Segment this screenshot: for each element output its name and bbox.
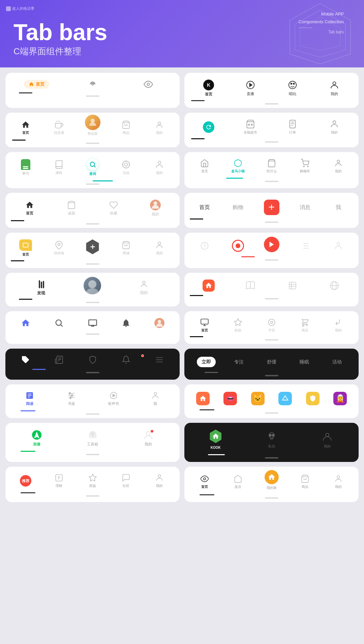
tab-item-music-person[interactable]	[322, 241, 355, 251]
tab-item-gm-goods[interactable]: 商品	[288, 474, 322, 489]
tab-item-notify-search[interactable]	[42, 318, 75, 328]
tab-item-er-audio[interactable]: 有声书	[93, 391, 134, 406]
tab-item-bx-home[interactable]: 首页	[188, 159, 221, 174]
tab-item-mine3[interactable]: 我的	[313, 119, 355, 135]
tab-item-sleep[interactable]: 睡眠	[288, 359, 321, 365]
tab-item-eye[interactable]	[120, 80, 176, 89]
tab-item-fin-finance[interactable]: 理财	[42, 473, 75, 488]
tab-item-fit-mine[interactable]: 我的	[134, 200, 176, 217]
tab-item-kook-home[interactable]: KOOK	[188, 430, 244, 449]
tab-item-er-shelf[interactable]: 书架	[51, 391, 92, 406]
tab-item-gm-shop[interactable]: 提店	[221, 474, 254, 489]
tab-item-gm-mine[interactable]: 我的	[322, 474, 355, 489]
tab-item-notify-tv[interactable]	[76, 318, 109, 328]
tab-item-kook-msg[interactable]: 私信	[244, 431, 300, 449]
music-play-btn[interactable]	[264, 237, 279, 252]
tab-item-goods[interactable]: 商品	[109, 120, 143, 135]
tab-item-notify-bell[interactable]	[109, 318, 143, 328]
tab-item-gm-home[interactable]: 首页	[188, 474, 221, 489]
tab-item-app4[interactable]	[272, 392, 299, 405]
tab-item-bx-food[interactable]: 吃什么	[255, 159, 288, 174]
tab-item-activity2[interactable]: 活动	[321, 359, 353, 365]
tab-item-bx-mine[interactable]: 我的	[322, 159, 355, 174]
tab-item-soc-me[interactable]: 我	[322, 204, 355, 211]
tab-item-speed[interactable]: 加速	[9, 430, 65, 447]
tab-item-dark-shield[interactable]	[76, 355, 109, 364]
tab-item-map-center[interactable]	[76, 242, 109, 254]
tab-item-course[interactable]: 课程	[42, 160, 75, 175]
tab-item-k-home[interactable]: K 首页	[188, 80, 230, 97]
tab-item-radio[interactable]	[65, 80, 121, 89]
tab-item-relax[interactable]: 舒缓	[255, 359, 288, 365]
tab-item-gm-my-home[interactable]: 我的家	[255, 473, 288, 490]
tab-item-app1[interactable]	[189, 392, 217, 405]
tab-item-soc-msg[interactable]: 消息	[288, 204, 322, 211]
tab-item-fin-rights[interactable]: 权益	[76, 473, 109, 488]
tab-item-app5[interactable]	[299, 392, 327, 405]
tab-item-e-home[interactable]	[188, 121, 230, 133]
tab-item-tv-mine[interactable]: 我的	[322, 318, 355, 333]
tab-item-soc-plus[interactable]: +	[255, 200, 288, 215]
tab-item-bx-box[interactable]: 盒马小镇	[221, 159, 254, 174]
tab-item-find[interactable]: 找灵感	[42, 120, 75, 135]
tab-item-fin-rec[interactable]: 推荐	[9, 475, 42, 487]
tab-item-dark-bell[interactable]	[109, 355, 143, 364]
tab-item-dark-menu[interactable]	[143, 355, 176, 364]
tab-item-mine4[interactable]: 我的	[143, 160, 176, 175]
tab-item-music-record[interactable]	[221, 240, 254, 252]
tab-item-disc-mine[interactable]: 我的	[118, 280, 170, 296]
tab-item-fin-mine[interactable]: 我的	[143, 473, 176, 488]
tab-item-study[interactable]: 学习	[9, 159, 42, 176]
tab-item-music-list[interactable]	[288, 241, 322, 251]
tab-item-focus[interactable]: 专注	[222, 359, 255, 365]
tab-item-read-badge[interactable]	[272, 280, 313, 291]
tab-item-map-dest[interactable]: 目的地	[42, 241, 75, 256]
tab-item-fin-community[interactable]: 社区	[109, 473, 143, 488]
tab-item-disc-avatar[interactable]	[67, 282, 118, 294]
tab-item-map-home[interactable]: 首页	[9, 239, 42, 257]
tab-item-tv-program[interactable]: 节目	[255, 318, 288, 333]
tab-item-notify-home[interactable]	[9, 318, 42, 328]
tab-item-tv-group[interactable]: 机组	[221, 318, 254, 333]
tab-item-bx-cart[interactable]: 购物车	[288, 159, 322, 174]
tab-item-dark-tag[interactable]	[9, 355, 42, 364]
tab-item-kook-mine[interactable]: 我的	[299, 431, 355, 449]
tab-item-app2[interactable]: 👄	[217, 392, 244, 405]
tab-item-map-mall[interactable]: 商城	[109, 241, 143, 256]
plus-button[interactable]: +	[264, 200, 279, 215]
tab-item-soc-home[interactable]: 首页	[188, 204, 221, 211]
tab-item-map-mine[interactable]: 我的	[143, 241, 176, 256]
tab-item-tv-store[interactable]: 商店	[288, 318, 322, 333]
tab-item-music-play[interactable]	[255, 239, 288, 252]
tab-item-fit-home[interactable]: 首页	[9, 201, 51, 216]
tab-item-tv-home[interactable]: 首页	[188, 318, 221, 333]
tab-item-er-mine[interactable]: 我	[134, 391, 176, 406]
tab-item-supermarket[interactable]: 全能超市	[230, 119, 271, 135]
tab-item-read-book[interactable]	[230, 280, 271, 291]
tab-item-soc-shop[interactable]: 购物	[221, 204, 254, 211]
tab-item-app3[interactable]: 🐱	[244, 392, 272, 405]
tab-item-tools[interactable]: 工具箱	[65, 430, 121, 447]
tab-item-live[interactable]: 直播	[230, 80, 271, 96]
tab-item-speed-mine[interactable]: 我的	[120, 430, 176, 447]
tab-item-notify-avatar[interactable]	[143, 318, 176, 328]
tab-item-app6[interactable]: 🧝	[327, 392, 354, 405]
tab-item-dark-news[interactable]	[42, 355, 75, 364]
tab-item-wear[interactable]: 带你穿	[76, 119, 109, 136]
tab-item-mine[interactable]: 我的	[313, 80, 355, 96]
tab-item-activity[interactable]: 活动	[109, 160, 143, 175]
tab-item-play[interactable]: 唱玩	[272, 80, 313, 96]
tab-item-now[interactable]: 立即	[190, 357, 222, 367]
tab-item-er-read[interactable]: 阅读	[9, 391, 51, 406]
tab-item-read-globe[interactable]	[313, 280, 355, 291]
tab-item-disc-find[interactable]: 发现	[16, 280, 67, 296]
tab-item-home2[interactable]: 首页	[9, 120, 42, 135]
tab-item-home[interactable]: 首页	[9, 80, 65, 89]
tab-item-music-timer[interactable]	[188, 241, 221, 251]
tab-item-dict[interactable]: 查词	[76, 159, 109, 176]
tab-item-fit-fat[interactable]: 减脂	[51, 201, 92, 216]
tab-item-mine2[interactable]: 我的	[143, 120, 176, 135]
tab-item-read-home[interactable]	[188, 280, 230, 292]
tab-item-order[interactable]: 订单	[272, 119, 313, 135]
tab-item-fit-fav[interactable]: 收藏	[93, 201, 134, 216]
